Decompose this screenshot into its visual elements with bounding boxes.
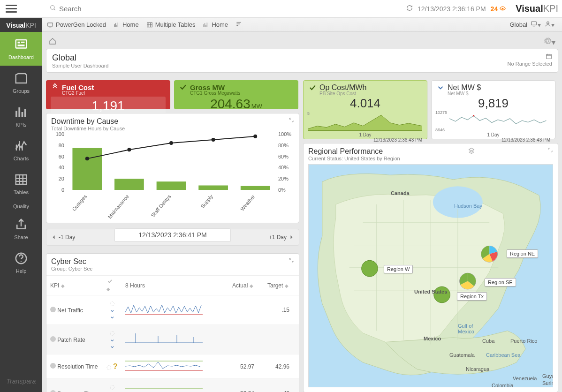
nav-kpis[interactable]: KPIs	[0, 99, 42, 133]
svg-text:0: 0	[61, 187, 64, 193]
regional-panel: Regional Performance Current Status: Uni…	[303, 143, 558, 392]
kpi-net-mw[interactable]: Net MW $ Net MW $ 9,819 10275 8646 1 Day…	[431, 80, 555, 139]
svg-rect-43	[157, 181, 186, 190]
svg-text:80: 80	[59, 143, 64, 148]
expand-icon[interactable]	[289, 257, 294, 264]
regional-title: Regional Performance	[308, 147, 400, 156]
search-input[interactable]	[59, 5, 153, 13]
svg-text:100: 100	[56, 131, 64, 137]
topbar-datetime: 12/13/2023 2:36:16 PM	[418, 5, 486, 13]
cybersec-title: Cyber Sec	[51, 257, 92, 266]
cybersec-panel: Cyber Sec Group: Cyber Sec KPI ◆ ◆ 8 Hou…	[46, 253, 299, 392]
user-icon[interactable]: ▾	[545, 21, 554, 29]
table-row[interactable]: Response Time◌ ︿︿59.2440	[46, 379, 299, 392]
scope-monitor-icon[interactable]: ▾	[530, 21, 541, 29]
menu-toggle[interactable]	[6, 3, 17, 15]
crumb-home-2[interactable]: Home	[203, 21, 228, 28]
nav-share[interactable]: Share	[0, 212, 42, 246]
scope-label[interactable]: Global	[509, 21, 527, 28]
svg-point-49	[212, 138, 215, 142]
nav-tables[interactable]: Tables	[0, 167, 42, 201]
svg-text:Maintenance: Maintenance	[106, 194, 130, 220]
svg-rect-41	[72, 148, 102, 190]
dashboard-title: Global	[52, 53, 508, 63]
layers-icon[interactable]	[468, 147, 475, 155]
dashboard-subtitle: Sample User Dashboard	[52, 63, 508, 68]
brand-logo: VisualKPI	[516, 3, 558, 14]
regional-sub: Current Status: United States by Region	[308, 156, 400, 161]
svg-point-14	[547, 22, 549, 24]
svg-point-77	[434, 286, 450, 303]
time-current: 12/13/2023 2:36:41 PM	[114, 228, 231, 241]
svg-text:Weather: Weather	[239, 193, 256, 212]
breadcrumb-bar: PowerGen Locked Home Multiple Tables Hom…	[0, 18, 562, 32]
time-back-button[interactable]: -1 Day	[51, 234, 75, 241]
svg-rect-15	[16, 40, 27, 48]
settings-gear-icon[interactable]: ▾	[543, 37, 555, 47]
time-nav: -1 Day 12/13/2023 2:36:41 PM +1 Day	[46, 229, 299, 246]
cybersec-table: KPI ◆ ◆ 8 Hours Actual ◆ Target ◆ Net Tr…	[46, 275, 299, 392]
svg-text:20%: 20%	[278, 176, 289, 181]
svg-point-46	[85, 157, 89, 160]
table-row[interactable]: Resolution Time◌ ?52.9742.96	[46, 354, 299, 379]
downtime-chart: 0204060801000%20%40%60%80%100%OutagesMai…	[51, 131, 295, 223]
svg-point-66	[473, 115, 474, 116]
expand-icon[interactable]	[547, 147, 553, 154]
svg-rect-18	[18, 45, 25, 46]
kpi-gross-mw[interactable]: Gross MW CTG1 Gross Megawatts 204.63MW	[174, 80, 298, 109]
svg-rect-44	[198, 185, 228, 190]
crumb-powergen[interactable]: PowerGen Locked	[47, 21, 106, 28]
svg-text:Staff Delays: Staff Delays	[150, 193, 172, 218]
svg-text:20: 20	[59, 176, 64, 181]
region-w-label[interactable]: Region W	[384, 265, 413, 273]
kpi-fuel-cost[interactable]: Fuel Cost CTG2 Fuel 1,191	[46, 80, 170, 109]
svg-point-76	[362, 260, 378, 277]
expand-icon[interactable]	[289, 117, 294, 124]
svg-text:40: 40	[59, 165, 64, 170]
calendar-icon[interactable]	[546, 53, 552, 61]
svg-line-1	[54, 9, 55, 10]
svg-point-47	[127, 148, 131, 151]
crumb-tables[interactable]: Multiple Tables	[146, 21, 196, 28]
svg-text:100%: 100%	[278, 131, 291, 137]
table-row[interactable]: Net Traffic◌ ⌄⌄.15	[46, 295, 299, 325]
nav-groups[interactable]: Groups	[0, 66, 42, 99]
svg-rect-17	[21, 42, 25, 43]
region-tx-label[interactable]: Region Tx	[457, 292, 487, 301]
crumb-home-1[interactable]: Home	[114, 21, 139, 28]
dashboard-title-panel: Global Sample User Dashboard No Range Se…	[46, 49, 558, 73]
svg-point-2	[502, 8, 504, 10]
svg-text:60: 60	[59, 154, 64, 159]
sidebar-logo: VisualKPI	[0, 20, 42, 32]
search-icon	[50, 5, 56, 13]
nav-dashboard[interactable]: Dashboard	[0, 32, 42, 66]
nav-charts[interactable]: Charts	[0, 133, 42, 167]
downtime-panel: Downtime by Cause Total Downtime Hours b…	[46, 113, 299, 223]
svg-point-0	[51, 6, 54, 9]
sort-icon[interactable]	[235, 21, 242, 29]
search-wrap	[50, 5, 406, 13]
svg-rect-3	[48, 23, 53, 26]
region-se-label[interactable]: Region SE	[485, 278, 516, 286]
svg-text:40%: 40%	[278, 165, 289, 170]
svg-text:60%: 60%	[278, 154, 289, 159]
table-row[interactable]: Patch Rate◌ ⌄⌄	[46, 325, 299, 354]
alert-count[interactable]: 24	[491, 5, 507, 13]
home-icon[interactable]	[49, 38, 56, 46]
range-label: No Range Selected	[508, 61, 552, 67]
map[interactable]: Canada Hudson Bay United States Mexico G…	[308, 164, 553, 387]
kpi-op-cost[interactable]: Op Cost/MWh PB Site Ops Cost 4.014 5 1 D…	[303, 80, 427, 139]
region-ne-label[interactable]: Region NE	[507, 249, 538, 258]
svg-text:80%: 80%	[278, 143, 289, 148]
svg-rect-16	[18, 42, 20, 44]
svg-text:0%: 0%	[278, 187, 286, 193]
refresh-icon[interactable]	[406, 5, 413, 13]
nav-help[interactable]: Help	[0, 246, 42, 279]
svg-text:Outages: Outages	[71, 193, 88, 212]
svg-point-48	[169, 141, 173, 145]
svg-rect-25	[547, 54, 552, 59]
time-fwd-button[interactable]: +1 Day	[269, 234, 294, 241]
svg-rect-42	[114, 179, 144, 190]
company-logo: Transpara	[7, 370, 36, 392]
nav-quality[interactable]: Quality	[0, 201, 42, 212]
